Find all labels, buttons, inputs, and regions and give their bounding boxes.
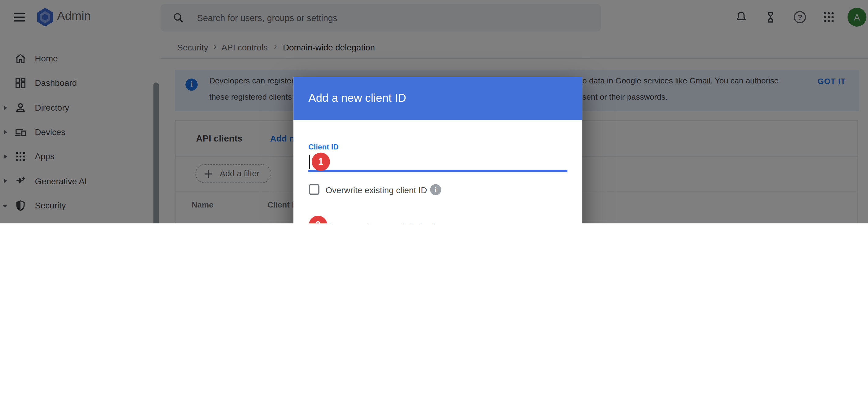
client-id-input[interactable]	[310, 154, 551, 171]
dialog-header: Add a new client ID	[293, 77, 582, 120]
client-id-field-underline	[308, 170, 567, 172]
annotation-step-2-badge: 2	[309, 216, 327, 224]
annotation-step-1-badge: 1	[312, 153, 330, 171]
info-icon[interactable]: i	[430, 184, 441, 195]
add-client-id-dialog: Add a new client ID Client ID Overwrite …	[293, 77, 582, 224]
overwrite-checkbox-label: Overwrite existing client ID	[326, 185, 427, 195]
overwrite-checkbox[interactable]	[309, 184, 319, 195]
text-caret	[309, 155, 310, 169]
client-id-field-label: Client ID	[308, 143, 339, 151]
oauth-scopes-input[interactable]	[308, 218, 540, 223]
dialog-title: Add a new client ID	[308, 91, 406, 104]
admin-console-page: Admin ? A S	[0, 0, 868, 224]
